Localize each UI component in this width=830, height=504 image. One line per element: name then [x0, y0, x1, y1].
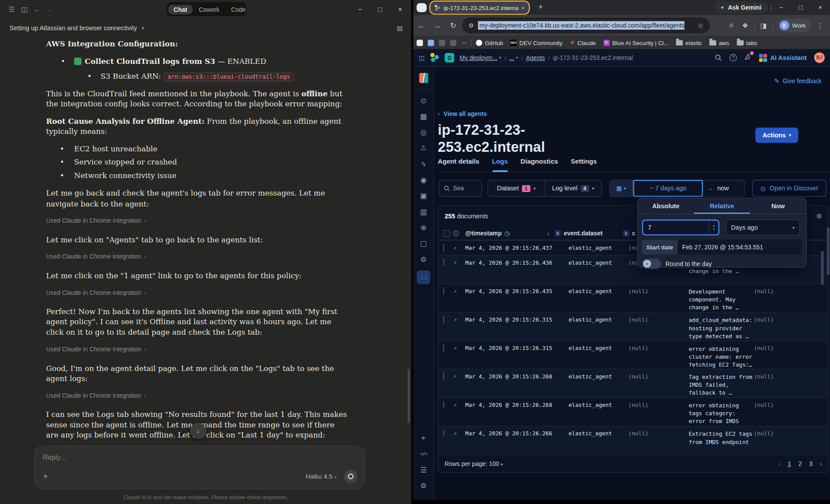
more-menu-icon[interactable]: ⋮: [813, 21, 826, 29]
forward-icon[interactable]: →: [429, 21, 445, 29]
page-scrollbar[interactable]: [827, 228, 830, 275]
alerts-icon[interactable]: ⚠: [420, 142, 426, 158]
rows-per-page[interactable]: Rows per page: 100 ▾: [445, 461, 503, 467]
tab-code[interactable]: Code: [226, 4, 251, 14]
close-button[interactable]: ×: [390, 5, 410, 13]
newsfeed-icon[interactable]: [744, 53, 752, 63]
datepicker-tab-now[interactable]: Now: [750, 198, 806, 214]
next-page-icon[interactable]: ›: [820, 461, 822, 467]
tab-logs[interactable]: Logs: [492, 158, 508, 172]
sidebar-toggle-icon[interactable]: ◫: [18, 5, 31, 13]
round-toggle[interactable]: ×: [642, 259, 661, 269]
table-row[interactable]: ↗ Mar 4, 2026 @ 20:15:26.268 elastic_age…: [438, 397, 828, 426]
voice-input-button[interactable]: [344, 470, 357, 483]
column-timestamp[interactable]: @timestamp ◷: [465, 230, 510, 237]
expand-icon[interactable]: ↗: [454, 373, 457, 378]
page-3[interactable]: 3: [809, 461, 813, 467]
column-c[interactable]: k c: [623, 230, 635, 237]
open-in-discover-button[interactable]: ⊙ Open in Discover: [752, 180, 826, 197]
breadcrumb-deployment[interactable]: My deploym...: [460, 55, 498, 61]
expand-icon[interactable]: ↗: [454, 345, 457, 350]
datepicker-tab-absolute[interactable]: Absolute: [638, 198, 694, 214]
maps-icon[interactable]: ⊕: [420, 222, 426, 238]
table-row[interactable]: ↗ Mar 4, 2026 @ 20:15:26.268 elastic_age…: [438, 369, 828, 397]
dev-tools-icon[interactable]: </>: [420, 448, 427, 464]
time-from-button[interactable]: ~ 7 days ago: [633, 180, 703, 197]
telescope-icon[interactable]: ⌖: [422, 432, 426, 448]
cases-icon[interactable]: ▣: [420, 190, 427, 206]
bookmark-folder-aws[interactable]: aws: [709, 39, 729, 46]
side-panel-icon[interactable]: ◨: [757, 21, 770, 29]
page-2[interactable]: 2: [798, 461, 802, 467]
attach-button[interactable]: +: [43, 471, 48, 482]
help-icon[interactable]: ?: [729, 54, 737, 61]
site-info-icon[interactable]: ⚙: [468, 22, 474, 29]
datepicker-tab-relative[interactable]: Relative: [694, 198, 750, 214]
column-event-dataset[interactable]: k event.dataset: [555, 230, 602, 237]
bookmark-claude[interactable]: ✳Claude: [570, 39, 596, 46]
give-feedback-link[interactable]: ✎ Give feedback: [774, 77, 822, 85]
reply-input[interactable]: Reply...: [43, 453, 356, 461]
model-selector[interactable]: Haiku 4.5▾: [306, 472, 337, 480]
minimize-button[interactable]: −: [771, 4, 791, 11]
row-checkbox[interactable]: [443, 401, 444, 409]
minimize-button[interactable]: −: [350, 5, 370, 13]
prev-page-icon[interactable]: ‹: [778, 461, 781, 467]
tool-use-link[interactable]: Used Claude in Chrome integration›: [46, 252, 349, 262]
relative-unit-select[interactable]: Days ago ▾: [726, 220, 800, 235]
dev-chip-icon[interactable]: ⚙: [420, 253, 427, 269]
maximize-button[interactable]: □: [370, 5, 390, 13]
tab-agent-details[interactable]: Agent details: [438, 158, 479, 172]
table-scrollbar[interactable]: [821, 251, 823, 285]
time-to-button[interactable]: now: [717, 185, 729, 192]
tool-use-link[interactable]: Used Claude in Chrome integration›: [46, 216, 349, 226]
bookmark-app-icon[interactable]: [428, 39, 434, 46]
tab-close-icon[interactable]: ×: [521, 4, 525, 11]
search-input[interactable]: Sea: [439, 180, 482, 197]
table-settings-icon[interactable]: ⚙: [816, 213, 822, 220]
claude-extension-icon[interactable]: ✳: [724, 21, 738, 29]
row-checkbox[interactable]: [443, 244, 444, 251]
expand-icon[interactable]: ↗: [454, 245, 457, 250]
breadcrumb-ellipsis[interactable]: ...: [509, 55, 514, 61]
expand-icon[interactable]: ↗: [454, 430, 457, 436]
slo-icon[interactable]: ◉: [420, 174, 427, 190]
breadcrumb-agents[interactable]: Agents: [526, 55, 545, 61]
expand-icon[interactable]: ↗: [454, 316, 457, 322]
forward-icon[interactable]: →: [43, 5, 56, 13]
actions-button[interactable]: Actions▾: [756, 127, 798, 143]
table-row[interactable]: ↗ Mar 4, 2026 @ 20:15:26.435 elastic_age…: [438, 284, 828, 312]
chat-scrollbar[interactable]: [408, 369, 410, 424]
tab-strip-handle[interactable]: [417, 3, 427, 12]
fleet-active-icon[interactable]: ⋮⋮: [417, 270, 430, 284]
back-icon[interactable]: ←: [413, 21, 429, 29]
tool-use-link[interactable]: Used Claude in Chrome integration›: [46, 344, 349, 355]
bookmark-blueai[interactable]: CBlue AI Security | Cl...: [603, 39, 668, 46]
tab-diagnostics[interactable]: Diagnostics: [521, 158, 558, 172]
reply-composer[interactable]: Reply... + Haiku 4.5▾: [34, 445, 365, 489]
tool-use-link[interactable]: Used Claude in Chrome integration›: [46, 391, 349, 401]
number-stepper[interactable]: ▴▾: [709, 220, 718, 234]
bookmark-github[interactable]: GitHub: [476, 39, 503, 46]
row-checkbox[interactable]: [443, 372, 444, 380]
relative-value-input[interactable]: 7 ▴▾: [642, 220, 720, 235]
bookmark-star-icon[interactable]: ☆: [697, 21, 703, 29]
maximize-button[interactable]: □: [791, 4, 811, 11]
row-checkbox[interactable]: [443, 430, 444, 437]
tab-chat[interactable]: Chat: [169, 4, 193, 14]
view-all-agents-link[interactable]: ‹View all agents: [438, 111, 487, 117]
observability-icon[interactable]: ◎: [420, 126, 427, 142]
profile-chip[interactable]: B Work: [777, 18, 811, 32]
visualize-icon[interactable]: ▥: [420, 206, 427, 221]
bookmark-dev[interactable]: DEVDEV Community: [510, 39, 563, 46]
tab-cowork[interactable]: Cowork: [193, 4, 225, 14]
expand-icon[interactable]: ↗: [454, 259, 457, 265]
close-button[interactable]: ×: [810, 4, 830, 11]
document-icon[interactable]: ▤: [397, 24, 403, 32]
bookmark-app-icon[interactable]: [439, 39, 445, 46]
scroll-to-bottom-button[interactable]: ↓: [190, 423, 206, 438]
ask-gemini-button[interactable]: ✦ Ask Gemini: [714, 2, 767, 14]
loglevel-filter[interactable]: Log level 4 ▾: [545, 180, 601, 196]
back-icon[interactable]: ←: [31, 5, 43, 13]
dashboards-icon[interactable]: ▦: [420, 111, 427, 126]
